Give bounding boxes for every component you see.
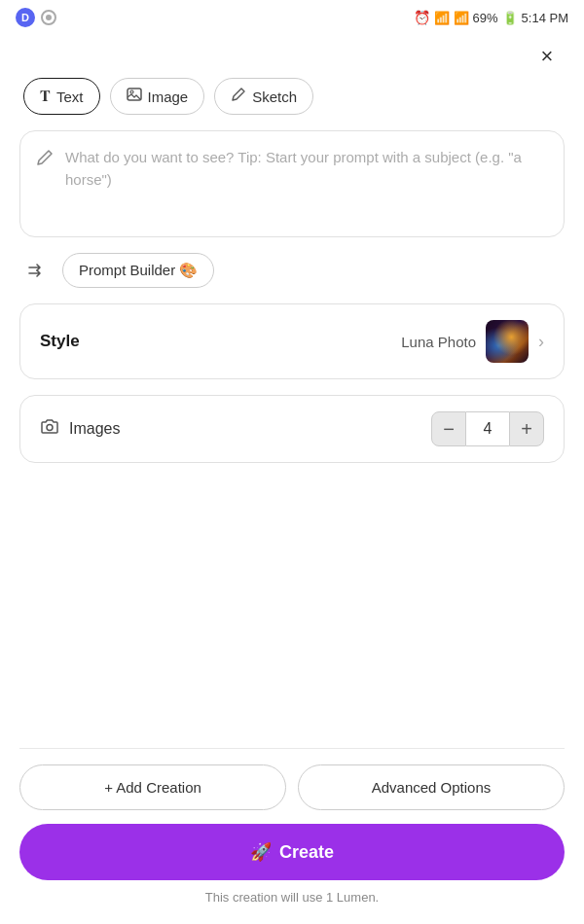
tab-bar: 𝐓 Text Image Sketch bbox=[0, 78, 584, 130]
main-content: What do you want to see? Tip: Start your… bbox=[0, 130, 584, 463]
prompt-builder-button[interactable]: Prompt Builder 🎨 bbox=[62, 253, 214, 288]
svg-point-2 bbox=[47, 424, 53, 430]
battery-icon: 🔋 bbox=[502, 11, 518, 25]
prompt-placeholder: What do you want to see? Tip: Start your… bbox=[65, 147, 548, 191]
prompt-builder-row: Prompt Builder 🎨 bbox=[19, 253, 565, 288]
sketch-tab-icon bbox=[231, 87, 246, 106]
discord-icon: D bbox=[16, 8, 35, 27]
prompt-builder-label: Prompt Builder 🎨 bbox=[79, 262, 198, 279]
pencil-icon bbox=[36, 149, 54, 171]
status-left: D bbox=[16, 8, 56, 27]
advanced-options-button[interactable]: Advanced Options bbox=[298, 764, 565, 810]
add-creation-button[interactable]: + Add Creation bbox=[19, 764, 286, 810]
signal-icon: 📶 bbox=[454, 11, 469, 25]
prompt-input-card[interactable]: What do you want to see? Tip: Start your… bbox=[19, 130, 565, 237]
tab-text[interactable]: 𝐓 Text bbox=[23, 78, 100, 115]
chevron-right-icon: › bbox=[538, 332, 544, 352]
time-display: 5:14 PM bbox=[522, 11, 568, 25]
style-label: Style bbox=[40, 332, 80, 351]
close-button[interactable]: × bbox=[529, 39, 565, 74]
bottom-divider bbox=[19, 748, 565, 749]
tab-image[interactable]: Image bbox=[110, 78, 205, 115]
wifi-icon: 📶 bbox=[434, 11, 450, 25]
images-card: Images − 4 + bbox=[19, 395, 565, 463]
alarm-icon: ⏰ bbox=[414, 10, 430, 25]
create-button-label: Create bbox=[279, 842, 334, 863]
status-right: ⏰ 📶 📶 69% 🔋 5:14 PM bbox=[414, 10, 568, 25]
tab-sketch-label: Sketch bbox=[252, 89, 297, 105]
rocket-icon: 🚀 bbox=[250, 841, 272, 863]
images-label: Images bbox=[69, 420, 120, 438]
shuffle-button[interactable] bbox=[19, 254, 53, 287]
camera-icon bbox=[40, 417, 59, 442]
images-count-value: 4 bbox=[466, 411, 509, 446]
style-thumbnail bbox=[486, 320, 529, 363]
svg-point-1 bbox=[130, 90, 133, 93]
images-left: Images bbox=[40, 417, 120, 442]
status-bar: D ⏰ 📶 📶 69% 🔋 5:14 PM bbox=[0, 0, 584, 31]
lumen-notice: This creation will use 1 Lumen. bbox=[19, 890, 565, 905]
image-tab-icon bbox=[127, 87, 142, 106]
modal-header: × bbox=[0, 31, 584, 78]
tab-sketch[interactable]: Sketch bbox=[214, 78, 313, 115]
decrease-images-button[interactable]: − bbox=[431, 411, 466, 446]
style-selector[interactable]: Style Luna Photo › bbox=[19, 303, 565, 379]
increase-images-button[interactable]: + bbox=[509, 411, 544, 446]
tab-image-label: Image bbox=[148, 89, 189, 105]
action-row: + Add Creation Advanced Options bbox=[19, 764, 565, 810]
style-right: Luna Photo › bbox=[401, 320, 544, 363]
text-tab-icon: 𝐓 bbox=[40, 88, 51, 105]
image-count-stepper: − 4 + bbox=[431, 411, 544, 446]
tab-text-label: Text bbox=[56, 89, 84, 105]
bottom-section: + Add Creation Advanced Options 🚀 Create… bbox=[0, 748, 584, 924]
loading-icon bbox=[41, 10, 56, 25]
battery-percent: 69% bbox=[473, 11, 498, 25]
style-value: Luna Photo bbox=[401, 334, 476, 350]
create-button[interactable]: 🚀 Create bbox=[19, 824, 565, 880]
